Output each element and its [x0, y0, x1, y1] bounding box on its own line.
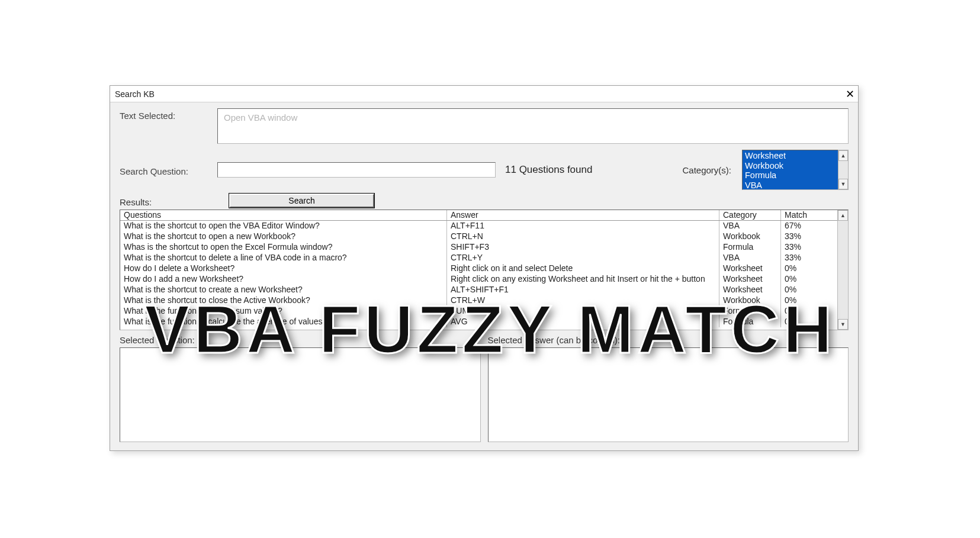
cell-c: Worksheet: [719, 263, 781, 274]
scroll-up-icon[interactable]: ▲: [838, 210, 848, 221]
scroll-down-icon[interactable]: ▼: [838, 179, 848, 189]
cell-a: CTRL+Y: [447, 253, 719, 263]
results-grid[interactable]: Questions Answer Category Match What is …: [120, 210, 849, 330]
table-row[interactable]: What is the function to total or sum val…: [120, 306, 848, 317]
col-header-match[interactable]: Match: [781, 210, 827, 220]
category-option-vba[interactable]: VBA: [745, 181, 848, 191]
cell-m: 67%: [781, 221, 827, 231]
category-listbox[interactable]: Worksheet Workbook Formula VBA: [742, 150, 849, 190]
table-row[interactable]: What is the shortcut to close the Active…: [120, 295, 848, 306]
questions-found-label: 11 Questions found: [505, 164, 592, 176]
cell-m: 0%: [781, 306, 827, 317]
cell-m: 33%: [781, 253, 827, 263]
cell-a: Right click on it and select Delete: [447, 263, 719, 274]
cell-q: How do I add a new Worksheet?: [120, 274, 447, 285]
cell-q: What is the shortcut to open the VBA Edi…: [120, 221, 447, 231]
cell-q: What is the function to calculate the av…: [120, 317, 447, 327]
dialog-content: Text Selected: Open VBA window Search Qu…: [110, 102, 858, 449]
selected-answer-box[interactable]: [488, 347, 849, 442]
table-row[interactable]: What is the shortcut to open a new Workb…: [120, 231, 848, 242]
cell-c: Worksheet: [719, 274, 781, 285]
category-option-workbook[interactable]: Workbook: [745, 161, 848, 171]
cell-a: CTRL+N: [447, 231, 719, 242]
col-header-category[interactable]: Category: [719, 210, 781, 220]
text-selected-value: Open VBA window: [224, 112, 297, 123]
scroll-up-icon[interactable]: ▲: [838, 150, 848, 161]
cell-m: 33%: [781, 231, 827, 242]
cell-a: ALT+F11: [447, 221, 719, 231]
text-selected-label: Text Selected:: [120, 108, 217, 121]
cell-a: CTRL+W: [447, 295, 719, 306]
search-button[interactable]: Search: [229, 194, 374, 208]
table-row[interactable]: Whas is the shortcut to open the Excel F…: [120, 242, 848, 253]
category-label: Category(s):: [682, 165, 731, 175]
cell-c: Worksheet: [719, 285, 781, 295]
table-row[interactable]: What is the shortcut to create a new Wor…: [120, 285, 848, 295]
cell-q: What is the shortcut to delete a line of…: [120, 253, 447, 263]
dialog-title: Search KB: [115, 89, 155, 99]
text-selected-box[interactable]: Open VBA window: [217, 108, 849, 144]
cell-a: AVG: [447, 317, 719, 327]
cell-m: 0%: [781, 317, 827, 327]
cell-c: VBA: [719, 221, 781, 231]
category-scrollbar[interactable]: ▲ ▼: [838, 150, 849, 190]
table-row[interactable]: How do I delete a Worksheet?Right click …: [120, 263, 848, 274]
close-icon[interactable]: ✕: [846, 89, 854, 99]
grid-body: What is the shortcut to open the VBA Edi…: [120, 221, 848, 327]
cell-m: 0%: [781, 274, 827, 285]
cell-m: 0%: [781, 263, 827, 274]
cell-c: VBA: [719, 253, 781, 263]
cell-q: How do I delete a Worksheet?: [120, 263, 447, 274]
titlebar: Search KB ✕: [110, 86, 858, 102]
cell-q: What is the shortcut to close the Active…: [120, 295, 447, 306]
cell-a: SUM: [447, 306, 719, 317]
cell-q: Whas is the shortcut to open the Excel F…: [120, 242, 447, 253]
cell-q: What is the function to total or sum val…: [120, 306, 447, 317]
category-option-worksheet[interactable]: Worksheet: [745, 151, 848, 161]
scroll-down-icon[interactable]: ▼: [838, 319, 848, 330]
table-row[interactable]: What is the shortcut to open the VBA Edi…: [120, 221, 848, 231]
cell-q: What is the shortcut to create a new Wor…: [120, 285, 447, 295]
cell-a: Right click on any existing Worksheet an…: [447, 274, 719, 285]
selected-question-box[interactable]: [120, 347, 481, 442]
selected-answer-label: Selected Answer (can be copied):: [488, 335, 849, 345]
cell-c: Workbook: [719, 231, 781, 242]
table-row[interactable]: What is the function to calculate the av…: [120, 317, 848, 327]
col-header-answer[interactable]: Answer: [447, 210, 719, 220]
search-question-label: Search Question:: [120, 164, 217, 176]
grid-scrollbar[interactable]: ▲ ▼: [837, 210, 848, 330]
cell-c: Workbook: [719, 295, 781, 306]
category-option-formula[interactable]: Formula: [745, 170, 848, 181]
table-row[interactable]: How do I add a new Worksheet?Right click…: [120, 274, 848, 285]
cell-c: Formula: [719, 242, 781, 253]
search-question-input[interactable]: [217, 162, 496, 178]
col-header-questions[interactable]: Questions: [120, 210, 447, 220]
cell-m: 33%: [781, 242, 827, 253]
table-row[interactable]: What is the shortcut to delete a line of…: [120, 253, 848, 263]
category-list-wrap: Worksheet Workbook Formula VBA ▲ ▼: [742, 150, 849, 190]
cell-a: ALT+SHIFT+F1: [447, 285, 719, 295]
grid-header: Questions Answer Category Match: [120, 210, 848, 221]
cell-a: SHIFT+F3: [447, 242, 719, 253]
cell-c: Formula: [719, 317, 781, 327]
selected-question-label: Selected Question:: [120, 335, 481, 345]
cell-c: Formula: [719, 306, 781, 317]
cell-m: 0%: [781, 295, 827, 306]
cell-m: 0%: [781, 285, 827, 295]
search-kb-dialog: Search KB ✕ Text Selected: Open VBA wind…: [110, 85, 859, 451]
cell-q: What is the shortcut to open a new Workb…: [120, 231, 447, 242]
